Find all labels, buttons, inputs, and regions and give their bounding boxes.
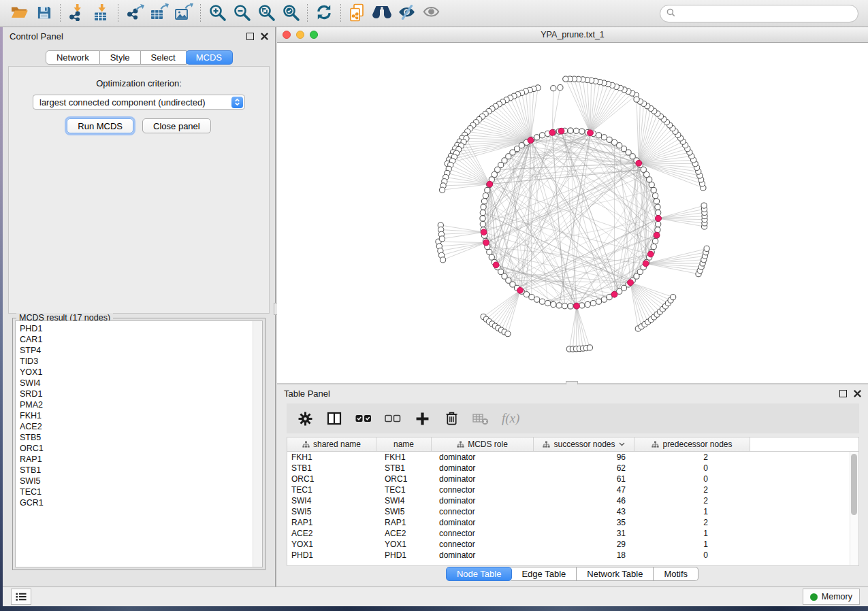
cell-mcds-role: connector	[431, 529, 533, 538]
network-graph[interactable]	[277, 43, 868, 383]
zoom-fit-button[interactable]	[254, 2, 278, 25]
refresh-button[interactable]	[312, 2, 336, 25]
export-network-button[interactable]	[123, 2, 147, 25]
select-all-columns-button[interactable]	[355, 410, 372, 427]
show-columns-button[interactable]	[326, 410, 342, 427]
tab-select[interactable]: Select	[141, 50, 187, 65]
table-row[interactable]: PHD1 PHD1 dominator 18 0	[287, 550, 858, 561]
mcds-result-item[interactable]: SWI5	[20, 476, 253, 486]
add-column-button[interactable]	[414, 410, 430, 427]
open-session-button[interactable]	[7, 2, 31, 25]
tab-style[interactable]: Style	[100, 50, 141, 65]
table-scrollbar-thumb[interactable]	[851, 454, 857, 515]
float-window-icon[interactable]	[839, 390, 847, 397]
table-panel: Table Panel f(x) shared name name MCDS r…	[277, 384, 868, 587]
column-header-shared-name[interactable]: shared name	[287, 437, 376, 451]
table-row[interactable]: YOX1 YOX1 connector 29 1	[287, 539, 858, 550]
save-session-button[interactable]	[31, 2, 56, 25]
cell-shared-name: SWI4	[287, 496, 376, 506]
import-table-button[interactable]	[89, 2, 114, 25]
deselect-all-columns-button[interactable]	[385, 410, 401, 427]
float-window-icon[interactable]	[246, 33, 254, 40]
tab-motifs[interactable]: Motifs	[654, 567, 698, 581]
task-history-button[interactable]	[11, 589, 31, 605]
table-row[interactable]: ORC1 ORC1 dominator 61 0	[287, 474, 858, 484]
column-header-name[interactable]: name	[376, 437, 432, 451]
mcds-result-item[interactable]: STP4	[20, 345, 253, 356]
mcds-result-item[interactable]: YOX1	[20, 367, 253, 378]
mcds-result-item[interactable]: STB1	[20, 465, 253, 476]
cell-successor-nodes: 47	[533, 485, 634, 495]
cell-successor-nodes: 43	[533, 507, 634, 516]
hide-selected-button[interactable]	[394, 2, 419, 25]
table-settings-button[interactable]	[297, 410, 313, 427]
search-network-button[interactable]	[370, 2, 394, 25]
function-builder-button[interactable]: f(x)	[502, 411, 519, 426]
network-canvas[interactable]	[277, 43, 868, 383]
tab-network-table[interactable]: Network Table	[577, 567, 654, 581]
table-row[interactable]: TEC1 TEC1 connector 47 2	[287, 484, 858, 495]
mcds-result-item[interactable]: STB5	[20, 432, 253, 443]
search-input[interactable]	[679, 8, 852, 19]
table-panel-tabs: Node Table Edge Table Network Table Moti…	[277, 567, 868, 581]
criterion-select[interactable]: largest connected component (undirected)	[33, 95, 245, 110]
table-row[interactable]: SWI4 SWI4 dominator 46 2	[287, 495, 858, 506]
table-row[interactable]: STB1 STB1 dominator 62 0	[287, 463, 858, 474]
criterion-selected-value: largest connected component (undirected)	[39, 97, 206, 108]
copy-style-button[interactable]	[345, 2, 370, 25]
zoom-out-button[interactable]	[229, 2, 254, 25]
cell-name: YOX1	[376, 540, 431, 549]
delete-table-button[interactable]	[472, 410, 489, 427]
tree-icon	[457, 441, 464, 448]
cell-predecessor-nodes: 0	[634, 463, 750, 473]
table-row[interactable]: FKH1 FKH1 dominator 96 2	[287, 452, 858, 463]
delete-columns-button[interactable]	[443, 410, 460, 427]
desktop-wallpaper-strip	[0, 606, 868, 611]
export-image-button[interactable]	[172, 2, 196, 25]
column-header-predecessor-nodes[interactable]: predecessor nodes	[634, 437, 750, 451]
mcds-result-item[interactable]: TEC1	[20, 486, 253, 497]
tab-edge-table[interactable]: Edge Table	[511, 567, 577, 581]
mcds-result-item[interactable]: TID3	[20, 356, 253, 367]
export-table-button[interactable]	[147, 2, 172, 25]
tree-icon	[302, 441, 310, 448]
cell-predecessor-nodes: 0	[634, 474, 750, 484]
network-search-box[interactable]	[660, 5, 858, 22]
table-row[interactable]: ACE2 ACE2 connector 31 1	[287, 528, 858, 539]
zoom-in-icon	[208, 3, 227, 24]
table-row[interactable]: RAP1 RAP1 dominator 35 2	[287, 517, 858, 528]
show-all-button[interactable]	[419, 2, 443, 25]
mcds-result-item[interactable]: ACE2	[20, 421, 253, 432]
close-panel-icon[interactable]	[261, 33, 268, 40]
cell-predecessor-nodes: 1	[634, 507, 750, 516]
cell-predecessor-nodes: 1	[634, 540, 750, 549]
zoom-in-button[interactable]	[205, 2, 229, 25]
tab-node-table[interactable]: Node Table	[446, 567, 513, 581]
mcds-result-item[interactable]: PMA2	[20, 399, 253, 410]
export-table-icon	[150, 3, 169, 23]
import-network-button[interactable]	[65, 2, 89, 25]
table-scrollbar[interactable]	[850, 452, 858, 565]
mcds-result-item[interactable]: PHD1	[20, 323, 253, 334]
mcds-result-item[interactable]: SWI4	[20, 378, 253, 389]
tab-network[interactable]: Network	[46, 50, 100, 65]
cell-name: FKH1	[376, 452, 431, 462]
run-mcds-button[interactable]: Run MCDS	[67, 118, 133, 133]
tab-mcds[interactable]: MCDS	[186, 50, 233, 65]
save-icon	[36, 5, 52, 22]
memory-button[interactable]: Memory	[803, 589, 860, 605]
mcds-result-item[interactable]: RAP1	[20, 454, 253, 465]
mcds-result-item[interactable]: ORC1	[20, 443, 253, 454]
mcds-result-item[interactable]: GCR1	[20, 497, 253, 508]
mcds-list-scrollbar[interactable]	[253, 321, 262, 567]
mcds-result-item[interactable]: CAR1	[20, 334, 253, 345]
zoom-selected-button[interactable]	[278, 2, 303, 25]
cell-shared-name: TEC1	[287, 485, 376, 495]
table-row[interactable]: SWI5 SWI5 connector 43 1	[287, 506, 858, 517]
close-panel-icon[interactable]	[854, 390, 861, 397]
mcds-result-item[interactable]: SRD1	[20, 389, 253, 399]
mcds-result-item[interactable]: FKH1	[20, 410, 253, 421]
close-panel-button[interactable]: Close panel	[142, 118, 211, 133]
column-header-mcds-role[interactable]: MCDS role	[432, 437, 534, 451]
column-header-successor-nodes[interactable]: successor nodes	[534, 437, 634, 451]
